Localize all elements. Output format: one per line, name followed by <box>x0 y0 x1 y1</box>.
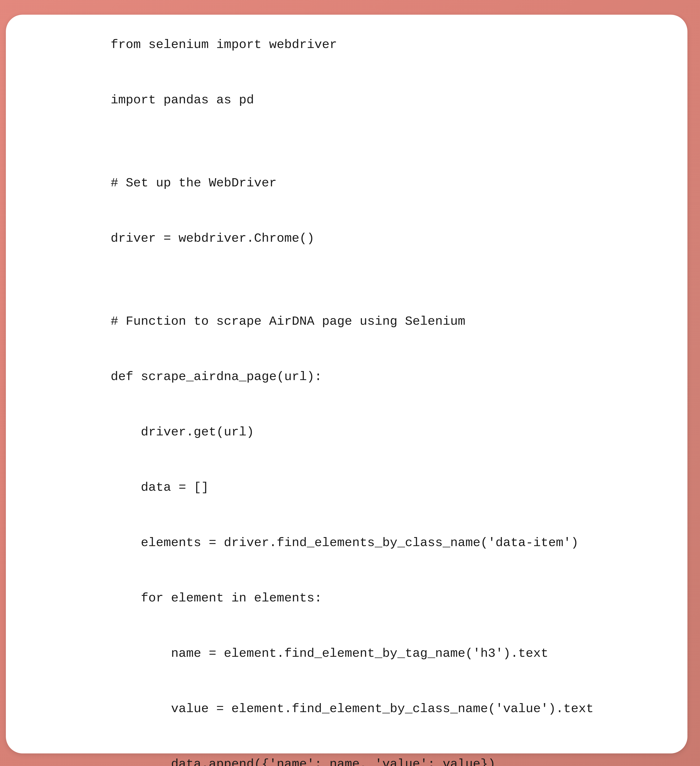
code-line: from selenium import webdriver <box>111 38 624 52</box>
code-line: def scrape_airdna_page(url): <box>111 370 624 384</box>
code-line: for element in elements: <box>111 591 624 605</box>
code-line: driver.get(url) <box>111 425 624 439</box>
code-block: from selenium import webdriver import pa… <box>6 38 687 766</box>
page-background: from selenium import webdriver import pa… <box>0 0 700 766</box>
code-line: elements = driver.find_elements_by_class… <box>111 536 624 550</box>
code-line: data = [] <box>111 481 624 494</box>
code-line: # Function to scrape AirDNA page using S… <box>111 315 624 328</box>
code-line: # Set up the WebDriver <box>111 176 624 190</box>
code-line: driver = webdriver.Chrome() <box>111 231 624 245</box>
code-line: import pandas as pd <box>111 93 624 107</box>
code-line: value = element.find_element_by_class_na… <box>111 702 624 716</box>
code-line: data.append({'name': name, 'value': valu… <box>111 757 624 766</box>
code-line: name = element.find_element_by_tag_name(… <box>111 647 624 660</box>
code-card: from selenium import webdriver import pa… <box>6 15 687 753</box>
